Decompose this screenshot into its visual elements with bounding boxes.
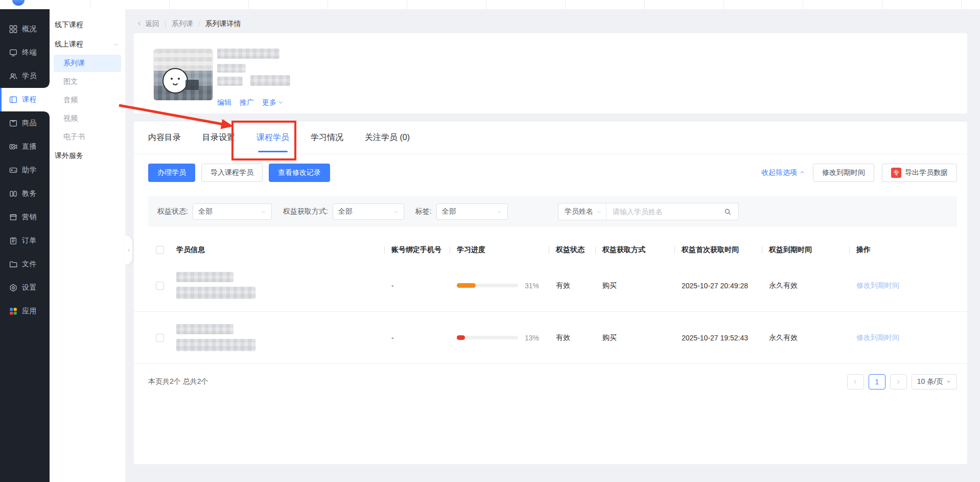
- submenu-item-series-course[interactable]: 系列课: [54, 55, 121, 72]
- sidebar-item-label: 终端: [22, 48, 37, 57]
- tab-content-catalog[interactable]: 内容目录: [148, 122, 181, 154]
- enroll-student-button[interactable]: 办理学员: [148, 164, 195, 182]
- search-input[interactable]: [606, 208, 717, 216]
- redacted-course-meta: [217, 64, 246, 73]
- sidebar-item-students[interactable]: 学员: [0, 64, 50, 88]
- sidebar-item-label: 直播: [22, 142, 37, 151]
- sidebar-item-label: 教务: [22, 189, 37, 198]
- student-search-group: 学员姓名: [558, 203, 739, 220]
- toolbar-left: 办理学员导入课程学员查看修改记录: [148, 164, 330, 182]
- submenu-collapse-handle[interactable]: [125, 235, 132, 265]
- submenu-item-online-course[interactable]: 线上课程: [50, 35, 125, 54]
- more-link[interactable]: 更多: [262, 98, 284, 107]
- promote-link[interactable]: 推广: [240, 98, 254, 107]
- submenu-item-extracurricular[interactable]: 课外服务: [50, 146, 125, 166]
- submenu-item-ebook[interactable]: 电子书: [50, 128, 125, 146]
- course-icon: [9, 95, 18, 104]
- next-page-button[interactable]: [890, 374, 907, 389]
- sidebar-item-apps[interactable]: 应用: [0, 300, 50, 323]
- modify-expiry-link[interactable]: 修改到期时间: [856, 281, 967, 290]
- acquire-method-cell: 购买: [602, 281, 682, 290]
- students-table: 学员信息账号绑定手机号学习进度权益状态权益获取方式权益首次获取时间权益到期时间操…: [134, 240, 967, 364]
- submenu-item-audio[interactable]: 音频: [50, 91, 125, 109]
- pagination: 1 10 条/页: [843, 374, 957, 389]
- progress-cell: 31%: [457, 282, 556, 290]
- column-header: 账号绑定手机号: [391, 245, 457, 255]
- breadcrumb: 返回 | 系列课 / 系列课详情: [136, 19, 241, 29]
- expiry-cell: 永久有效: [769, 333, 856, 342]
- search-icon[interactable]: [717, 208, 738, 216]
- primary-sidebar: 概况终端学员课程商品直播助学教务营销订单文件设置应用: [0, 9, 50, 482]
- submenu-item-offline-course[interactable]: 线下课程: [50, 15, 125, 35]
- chevron-down-icon: [261, 209, 266, 215]
- chevron-down-icon: [497, 209, 502, 215]
- tab-study-status[interactable]: 学习情况: [311, 122, 343, 154]
- row-checkbox[interactable]: [156, 334, 164, 342]
- filter-bar: 权益状态:全部权益获取方式:全部标签:全部 学员姓名: [148, 196, 957, 227]
- expiry-cell: 永久有效: [769, 281, 856, 290]
- sidebar-item-label: 学员: [22, 72, 37, 81]
- collapse-filters-link[interactable]: 收起筛选项: [761, 168, 805, 177]
- tab-catalog-settings[interactable]: 目录设置: [202, 122, 235, 154]
- sidebar-item-study-aid[interactable]: 助学: [0, 158, 50, 182]
- modify-expiry-link[interactable]: 修改到期时间: [856, 333, 967, 342]
- export-students-button[interactable]: 专 导出学员数据: [882, 164, 957, 182]
- progress-cell: 13%: [457, 334, 556, 342]
- sidebar-item-marketing[interactable]: 营销: [0, 205, 50, 229]
- column-header: 学员信息: [176, 245, 391, 255]
- main-content: 返回 | 系列课 / 系列课详情 编辑推广更多 内容目录目录设置课程学员学习情况…: [125, 9, 980, 482]
- search-field-select[interactable]: 学员姓名: [558, 203, 606, 220]
- view-records-button[interactable]: 查看修改记录: [269, 164, 330, 182]
- sidebar-item-live[interactable]: 直播: [0, 135, 50, 158]
- tab-course-students[interactable]: 课程学员: [256, 122, 289, 154]
- status-cell: 有效: [556, 281, 602, 290]
- column-header: 权益到期时间: [769, 245, 856, 255]
- sidebar-item-label: 商品: [22, 119, 37, 128]
- row-checkbox[interactable]: [156, 282, 164, 290]
- redacted-student-account: [176, 287, 255, 299]
- live-camera-icon: [9, 142, 18, 151]
- chevron-down-icon: [596, 209, 602, 215]
- import-students-button[interactable]: 导入课程学员: [201, 164, 263, 182]
- redacted-course-meta: [217, 77, 243, 86]
- sidebar-item-label: 应用: [22, 307, 37, 316]
- edit-link[interactable]: 编辑: [217, 98, 231, 107]
- filter-benefit-status-select[interactable]: 全部: [193, 203, 272, 220]
- filter-value: 全部: [338, 207, 353, 216]
- submenu-item-video[interactable]: 视频: [50, 109, 125, 128]
- sidebar-item-files[interactable]: 文件: [0, 253, 50, 276]
- select-all-checkbox[interactable]: [156, 246, 164, 254]
- course-actions: 编辑推广更多: [217, 98, 284, 107]
- submenu-item-label: 电子书: [63, 132, 85, 142]
- redacted-course-title: [217, 49, 279, 59]
- submenu-item-label: 系列课: [63, 59, 85, 68]
- course-tabs: 内容目录目录设置课程学员学习情况关注学员 (0): [134, 122, 967, 154]
- sidebar-item-orders[interactable]: 订单: [0, 229, 50, 253]
- tab-followed-students[interactable]: 关注学员 (0): [365, 122, 410, 154]
- filter-value: 全部: [442, 207, 456, 216]
- filter-label: 权益获取方式:: [283, 207, 328, 216]
- sidebar-item-settings[interactable]: 设置: [0, 276, 50, 300]
- submenu-item-graphic-text[interactable]: 图文: [50, 73, 125, 91]
- modify-expiry-button[interactable]: 修改到期时间: [813, 164, 874, 182]
- course-detail-card: 内容目录目录设置课程学员学习情况关注学员 (0) 办理学员导入课程学员查看修改记…: [134, 122, 967, 464]
- filter-tag-select[interactable]: 全部: [436, 203, 508, 220]
- sidebar-item-overview[interactable]: 概况: [0, 17, 50, 41]
- toolbar-right: 收起筛选项 修改到期时间 专 导出学员数据: [761, 164, 957, 182]
- breadcrumb-parent[interactable]: 系列课: [172, 19, 193, 29]
- column-header: 权益获取方式: [602, 245, 682, 255]
- page-size-select[interactable]: 10 条/页: [912, 374, 957, 389]
- progress-label: 13%: [525, 334, 539, 342]
- sidebar-item-goods[interactable]: 商品: [0, 111, 50, 135]
- back-button[interactable]: 返回: [136, 19, 159, 29]
- sidebar-item-terminal[interactable]: 终端: [0, 41, 50, 64]
- student-info-cell: [176, 272, 391, 299]
- submenu-item-label: 视频: [63, 114, 78, 123]
- current-page-button[interactable]: 1: [869, 374, 885, 389]
- sidebar-item-academic[interactable]: 教务: [0, 182, 50, 205]
- prev-page-button[interactable]: [847, 374, 864, 389]
- filter-benefit-method-select[interactable]: 全部: [333, 203, 404, 220]
- sidebar-item-courses[interactable]: 课程: [0, 88, 50, 111]
- table-body: -31%有效购买2025-10-27 20:49:28永久有效修改到期时间-13…: [134, 260, 967, 364]
- gamepad-icon: [9, 166, 18, 175]
